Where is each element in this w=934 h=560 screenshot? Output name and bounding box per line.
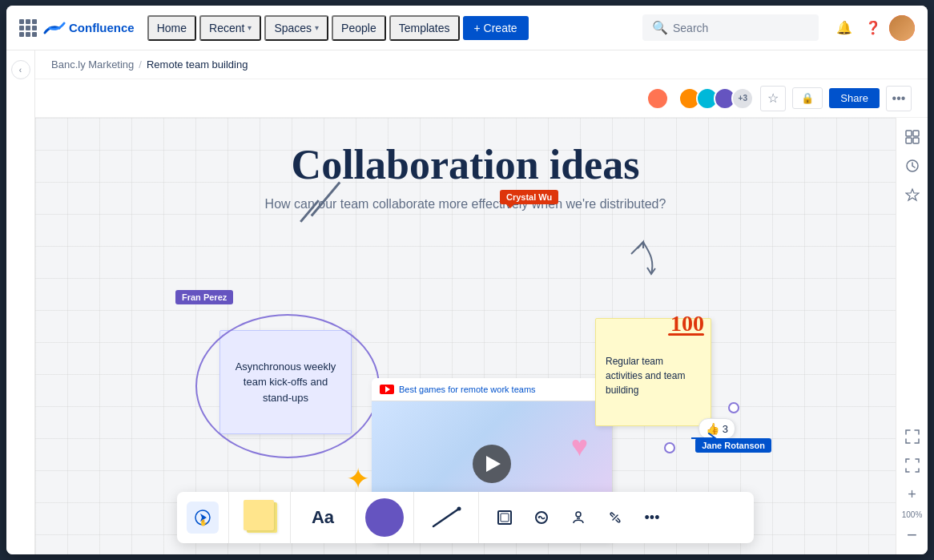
collaborator-count[interactable]: +3 — [731, 87, 754, 110]
decoration-arrow-right — [623, 234, 663, 285]
page-header: Banc.ly Marketing / Remote team building — [35, 50, 928, 79]
breadcrumb-separator: / — [139, 58, 142, 71]
youtube-icon — [380, 385, 394, 394]
sticky-note-left-text: Asynchronous weekly team kick-offs and s… — [230, 359, 341, 406]
confluence-logo[interactable]: Confluence — [43, 17, 135, 39]
heart-decoration: ♥ — [571, 429, 588, 463]
layout-panel-button[interactable] — [900, 124, 925, 150]
page-subtitle: How can our team collaborate more effect… — [185, 197, 746, 212]
toolbar-section-line — [414, 492, 479, 543]
restrict-page-button[interactable]: 🔒 — [792, 87, 823, 109]
video-card-header: Best games for remote work teams — [372, 378, 612, 401]
score-underline — [668, 333, 704, 336]
cursor-jane-rotanson: Jane Rotanson — [695, 438, 771, 453]
toolbar-inner: ✋ — [177, 492, 754, 543]
svg-rect-12 — [913, 131, 919, 136]
sticky-note-left[interactable]: Asynchronous weekly team kick-offs and s… — [219, 330, 352, 434]
svg-rect-14 — [913, 138, 919, 143]
line-tool-button[interactable] — [424, 498, 469, 537]
toolbar-section-shape — [356, 492, 414, 543]
text-tool-label: Aa — [312, 507, 334, 528]
cursor-crystal-wu: Crystal Wu — [500, 190, 558, 204]
collaborator-avatar-1[interactable] — [646, 87, 669, 110]
zoom-out-button[interactable]: − — [900, 522, 925, 548]
search-input[interactable] — [673, 22, 809, 34]
page-top-actions: +3 ☆ 🔒 Share ••• — [35, 79, 928, 118]
svg-rect-5 — [498, 511, 511, 524]
svg-point-8 — [538, 517, 540, 518]
svg-point-4 — [457, 507, 461, 511]
star-page-button[interactable]: ☆ — [760, 86, 786, 111]
user-avatar[interactable] — [889, 15, 915, 41]
history-panel-button[interactable] — [900, 153, 925, 179]
search-icon: 🔍 — [652, 20, 668, 35]
sticky-note-right-text: Regular team activities and team buildin… — [606, 354, 701, 397]
select-tool-button[interactable]: ✋ — [187, 502, 219, 534]
share-button[interactable]: Share — [829, 88, 880, 108]
canvas-area[interactable]: Collaboration ideas How can our team col… — [35, 118, 896, 554]
toolbar-section-text: Aa — [291, 492, 356, 543]
fit-view-button[interactable] — [900, 453, 925, 478]
confluence-name: Confluence — [69, 21, 135, 34]
toolbar-section-select: ✋ — [177, 492, 229, 543]
zoom-level: 100% — [902, 510, 923, 519]
main-wrapper: Banc.ly Marketing / Remote team building… — [35, 50, 928, 554]
svg-rect-11 — [906, 131, 912, 136]
pen-tool-button[interactable] — [525, 502, 558, 534]
more-tools-button[interactable]: ••• — [636, 502, 668, 534]
notifications-button[interactable]: 🔔 — [831, 15, 857, 41]
app-grid-icon[interactable] — [19, 19, 37, 37]
page-title-area: Collaboration ideas How can our team col… — [185, 142, 746, 212]
nav-templates[interactable]: Templates — [389, 15, 460, 41]
video-title: Best games for remote work teams — [399, 385, 536, 394]
star-panel-button[interactable] — [900, 182, 925, 207]
svg-line-3 — [433, 509, 459, 526]
breadcrumb-parent[interactable]: Banc.ly Marketing — [51, 58, 134, 71]
expand-button[interactable] — [900, 424, 925, 449]
breadcrumb-current: Remote team building — [147, 58, 248, 71]
nav-spaces[interactable]: Spaces ▾ — [264, 15, 328, 41]
svg-rect-13 — [906, 138, 912, 143]
svg-text:✋: ✋ — [199, 518, 207, 526]
create-button[interactable]: + Create — [463, 16, 529, 40]
toolbar-section-sticky — [229, 492, 291, 543]
play-button[interactable] — [473, 445, 511, 483]
nav-people[interactable]: People — [332, 15, 386, 41]
collaborator-avatar-group: +3 — [678, 87, 754, 110]
page-title: Collaboration ideas — [185, 142, 746, 187]
connector-dot-2 — [664, 442, 675, 453]
right-panel: + 100% − — [896, 118, 928, 554]
zoom-in-button[interactable]: + — [900, 481, 925, 507]
more-options-button[interactable]: ••• — [886, 86, 912, 111]
text-tool-button[interactable]: Aa — [300, 498, 345, 537]
cursor-fran-perez: Fran Perez — [175, 290, 233, 304]
help-button[interactable]: ❓ — [860, 15, 886, 41]
sticky-note-right[interactable]: 100 Regular team activities and team bui… — [595, 318, 711, 426]
top-navigation: Confluence Home Recent ▾ Spaces ▾ People… — [6, 6, 928, 50]
person-tool-button[interactable] — [562, 502, 594, 534]
link-tool-button[interactable] — [599, 502, 631, 534]
sticky-note-tool[interactable] — [239, 498, 280, 537]
connector-dot-3 — [728, 402, 739, 413]
frame-tool-button[interactable] — [489, 502, 521, 534]
nav-home[interactable]: Home — [147, 15, 196, 41]
content-area: ‹ Banc.ly Marketing / Remote team buildi… — [6, 50, 928, 554]
left-sidebar: ‹ — [6, 50, 35, 554]
svg-rect-6 — [501, 514, 509, 522]
search-bar[interactable]: 🔍 — [642, 14, 819, 41]
svg-point-9 — [576, 512, 581, 517]
shape-tool-button[interactable] — [365, 498, 404, 537]
bottom-toolbar: ✋ — [161, 489, 770, 546]
toolbar-section-misc: ••• — [479, 492, 678, 543]
nav-recent[interactable]: Recent ▾ — [199, 15, 261, 41]
collapse-sidebar-button[interactable]: ‹ — [11, 60, 30, 79]
